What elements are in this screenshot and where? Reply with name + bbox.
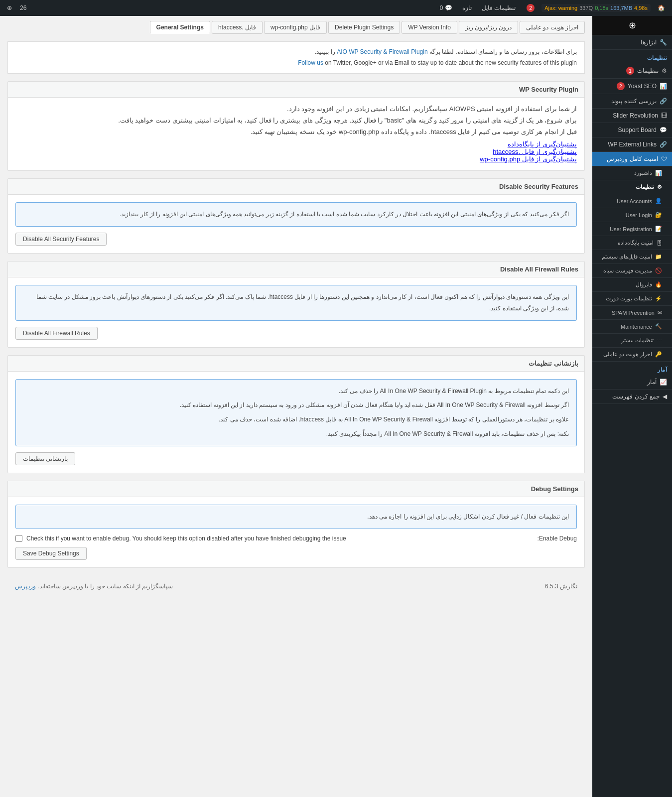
admin-bar-user-count[interactable]: 26 bbox=[17, 4, 29, 11]
perf-memory: 163,7MB bbox=[610, 5, 632, 11]
firewall-icon: 🔥 bbox=[655, 281, 662, 288]
disable-firewall-section: Disable All Firewall Rules این ویژگی همه… bbox=[7, 261, 585, 348]
reset-settings-button[interactable]: بازنشانی تنظیمات bbox=[15, 452, 75, 465]
plugin-link[interactable]: AIO WP Security & Firewall Plugin bbox=[337, 48, 428, 55]
tab-wp-config[interactable]: فایل wp-config.php bbox=[264, 21, 327, 34]
collapse-icon: ◀ bbox=[663, 393, 667, 400]
sidebar-item-settings-sub[interactable]: ⚙ تنظیمات bbox=[592, 180, 672, 194]
slider-icon: 🎞 bbox=[661, 112, 667, 119]
sidebar-item-user-login[interactable]: 🔐 User Login bbox=[592, 208, 672, 222]
sidebar-item-two-factor-label: احراز هویت دو عاملی bbox=[603, 351, 652, 358]
two-factor-icon: 🔑 bbox=[655, 351, 662, 358]
disable-all-firewall-button[interactable]: Disable All Firewall Rules bbox=[15, 327, 98, 340]
backup-db-link[interactable]: پشتیبان‌گیری از پایگاه‌داده bbox=[508, 140, 577, 148]
reset-line3: علاوه بر تنظیمات، هر دستورالعملی را که ت… bbox=[23, 414, 569, 425]
sidebar-item-spam-label: SPAM Prevention bbox=[612, 310, 655, 316]
info-line2: Follow us on Twitter, Google+ or via Ema… bbox=[15, 58, 577, 69]
sidebar-item-two-factor[interactable]: 🔑 احراز هویت دو عاملی bbox=[592, 348, 672, 362]
admin-bar-site-icon[interactable]: ⊕ bbox=[4, 4, 15, 11]
sidebar-item-tools-label: ابزارها bbox=[641, 39, 657, 46]
disable-security-alert-text: اگر فکر می‌کنید که یکی از ویژگی‌های امنی… bbox=[120, 211, 569, 218]
sidebar-item-db-security[interactable]: 🗄 امنیت پایگاه‌داده bbox=[592, 236, 672, 250]
sidebar-item-link-checker[interactable]: 🔗 بررسی کننده پیوند bbox=[592, 94, 672, 109]
follow-us-link[interactable]: Follow us bbox=[298, 59, 323, 66]
settings1-badge: 1 bbox=[626, 67, 634, 75]
sidebar-item-collapse-label: جمع کردن فهرست bbox=[612, 393, 660, 400]
tab-htaccess[interactable]: فایل .htaccess bbox=[212, 21, 263, 34]
sidebar-item-firewall[interactable]: 🔥 فایروال bbox=[592, 278, 672, 292]
disable-all-security-button[interactable]: Disable All Security Features bbox=[15, 233, 107, 246]
perf-queries-time: 0,18s bbox=[595, 5, 608, 11]
sidebar-item-settings1[interactable]: ⚙ تنظیمات 1 bbox=[592, 63, 672, 79]
sidebar-item-spam[interactable]: ✉ SPAM Prevention bbox=[592, 306, 672, 320]
misc-icon: ⋯ bbox=[657, 337, 662, 344]
sidebar-item-support-board[interactable]: 💬 Support Board bbox=[592, 123, 672, 137]
sidebar-item-stats[interactable]: 📈 آمار bbox=[592, 375, 672, 390]
sidebar-item-settings-sub-label: تنظیمات bbox=[636, 184, 654, 190]
enable-debug-checkbox[interactable] bbox=[15, 535, 22, 542]
debug-checkbox-note: Check this if you want to enable debug. … bbox=[26, 535, 534, 542]
blacklist-icon: 🚫 bbox=[655, 267, 662, 274]
sidebar-item-tools[interactable]: 🔧 ابزارها bbox=[592, 35, 672, 50]
wordpress-link[interactable]: وردپرس bbox=[15, 583, 36, 590]
disable-firewall-alert: این ویژگی همه دستورهای دیوارآتش را که هم… bbox=[15, 285, 577, 321]
disable-security-features-section: Disable Security Features اگر فکر می‌کنی… bbox=[7, 178, 585, 254]
sidebar-item-blacklist-label: مدیریت فهرست سیاه bbox=[603, 267, 652, 274]
disable-firewall-alert-text: این ویژگی همه دستورهای دیوارآتش را که هم… bbox=[36, 293, 569, 312]
admin-bar-left: 🏠 4,98s 163,7MB 0,18s 337Q Ajax: warning… bbox=[437, 4, 668, 12]
admin-bar-right: 26 ⊕ bbox=[4, 4, 29, 11]
sidebar-item-dashboard[interactable]: 📊 داشبورد bbox=[592, 166, 672, 180]
sidebar: ⊕ 🔧 ابزارها تنظیمات ⚙ تنظیمات 1 📊 Yoast … bbox=[592, 16, 672, 797]
admin-bar-plugin-settings[interactable]: تنظیمات فایل bbox=[479, 4, 519, 11]
sidebar-item-yoast[interactable]: 📊 Yoast SEO 2 bbox=[592, 79, 672, 94]
user-login-icon: 🔐 bbox=[655, 212, 662, 218]
admin-bar-comments[interactable]: 💬 0 bbox=[437, 4, 455, 11]
perf-ajax: Ajax: warning bbox=[544, 5, 577, 11]
perf-query-count: 337Q bbox=[579, 5, 593, 11]
sidebar-item-user-registration-label: User Registration bbox=[610, 226, 652, 232]
tab-import-export[interactable]: درون ریز/برون ریز bbox=[459, 21, 518, 34]
wordpress-logo-icon: ⊕ bbox=[629, 20, 636, 31]
sidebar-item-brute-force[interactable]: ⚡ تنظیمات بورت فورث bbox=[592, 292, 672, 306]
wp-security-plugin-section: WP Security Plugin از شما برای استفاده ا… bbox=[7, 81, 585, 171]
sidebar-item-user-login-label: User Login bbox=[626, 212, 652, 218]
wp-security-desc2: برای شروع، هر یک از گزینه های امنیتی را … bbox=[15, 117, 577, 124]
sidebar-section-stats: آمار bbox=[592, 362, 672, 375]
sidebar-item-misc[interactable]: ⋯ تنظیمات بیشتر bbox=[592, 334, 672, 348]
disable-security-alert: اگر فکر می‌کنید که یکی از ویژگی‌های امنی… bbox=[15, 202, 577, 227]
disable-firewall-header: Disable All Firewall Rules bbox=[8, 262, 584, 277]
sidebar-item-maintenance[interactable]: 🔨 Maintenance bbox=[592, 320, 672, 334]
sidebar-item-user-accounts[interactable]: 👤 User Accounts bbox=[592, 194, 672, 208]
backup-wpconfig-link[interactable]: پشتیبان‌گیری از فایل wp-config.php bbox=[480, 155, 577, 163]
debug-checkbox-label: Enable Debug: bbox=[538, 535, 577, 542]
wp-security-plugin-body: از شما برای استفاده از افزونه امنیتی AIO… bbox=[8, 98, 584, 170]
save-debug-button[interactable]: Save Debug Settings bbox=[15, 547, 87, 560]
tab-wp-version[interactable]: WP Version Info bbox=[402, 21, 457, 34]
tab-delete-settings[interactable]: Delete Plugin Settings bbox=[328, 21, 400, 34]
admin-bar-notif[interactable]: 2 bbox=[523, 4, 538, 12]
file-security-icon: 📁 bbox=[655, 254, 662, 260]
sidebar-item-blacklist[interactable]: 🚫 مدیریت فهرست سیاه bbox=[592, 264, 672, 278]
disable-security-btn-wrap: Disable All Security Features bbox=[15, 233, 577, 246]
tab-two-factor[interactable]: احراز هویت دو عاملی bbox=[520, 21, 585, 34]
sidebar-item-user-registration[interactable]: 📝 User Registration bbox=[592, 222, 672, 236]
tab-general-settings[interactable]: General Settings bbox=[150, 21, 210, 34]
sidebar-section-plugins: تنظیمات bbox=[592, 50, 672, 63]
admin-bar-new[interactable]: تازه bbox=[459, 4, 475, 11]
footer-credit: سپاسگزاریم از اینکه سایت خود را با وردپر… bbox=[15, 583, 173, 590]
backup-htaccess-link[interactable]: پشتیبان‌گیری از فایل .htaccess bbox=[493, 148, 577, 155]
debug-checkbox-row: Enable Debug: Check this if you want to … bbox=[15, 535, 577, 542]
notif-badge: 2 bbox=[527, 4, 535, 12]
sidebar-item-slider[interactable]: 🎞 Slider Revolution bbox=[592, 109, 672, 123]
sidebar-item-file-security[interactable]: 📁 امنیت فایل‌های سیستم bbox=[592, 250, 672, 264]
reset-settings-body: این دکمه تمام تنظیمات مربوط به All In On… bbox=[8, 372, 584, 473]
sidebar-item-collapse[interactable]: ◀ جمع کردن فهرست bbox=[592, 390, 672, 404]
admin-bar-home[interactable]: 🏠 bbox=[655, 4, 668, 11]
tools-icon: 🔧 bbox=[660, 39, 667, 46]
disable-security-features-header: Disable Security Features bbox=[8, 179, 584, 195]
stats-icon: 📈 bbox=[660, 379, 667, 386]
reset-settings-alert: این دکمه تمام تنظیمات مربوط به All In On… bbox=[15, 379, 577, 446]
sidebar-item-external-links[interactable]: 🔗 WP External Links bbox=[592, 137, 672, 152]
sidebar-item-security[interactable]: 🛡 امنیت کامل وردپرس bbox=[592, 152, 672, 166]
admin-bar: 🏠 4,98s 163,7MB 0,18s 337Q Ajax: warning… bbox=[0, 0, 672, 16]
